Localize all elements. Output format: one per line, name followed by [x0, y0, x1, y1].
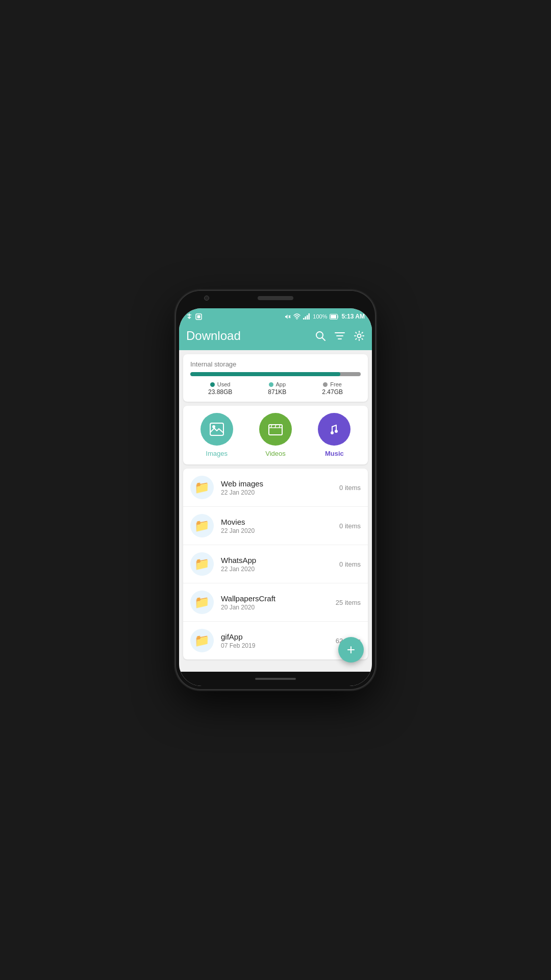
svg-point-25	[335, 430, 338, 433]
folder-icon-bg-1: 📁	[190, 514, 214, 537]
folder-name-0: Web images	[221, 479, 339, 488]
app-dot	[269, 382, 273, 387]
svg-rect-8	[309, 313, 310, 320]
svg-point-4	[296, 318, 297, 320]
folder-icon-bg-0: 📁	[190, 476, 214, 499]
folder-name-3: WallpapersCraft	[221, 594, 336, 603]
svg-point-18	[212, 425, 215, 428]
svg-point-24	[331, 431, 334, 434]
svg-rect-10	[331, 315, 336, 318]
status-left-icons	[186, 313, 202, 320]
folder-date-3: 20 Jan 2020	[221, 604, 336, 611]
content-area: Internal storage Used 23.88GB	[179, 350, 372, 672]
folder-date-4: 07 Feb 2019	[221, 642, 336, 649]
folder-date-1: 22 Jan 2020	[221, 527, 339, 534]
folder-info-1: Movies 22 Jan 2020	[221, 518, 339, 534]
media-type-card: Images Videos	[183, 406, 368, 464]
status-bar: 100% 5:13 AM	[179, 308, 372, 325]
folder-info-2: WhatsApp 22 Jan 2020	[221, 556, 339, 573]
folder-icon-4: 📁	[194, 633, 210, 648]
svg-rect-17	[210, 423, 223, 435]
sim-icon	[195, 313, 202, 320]
folder-icon-0: 📁	[194, 480, 210, 495]
storage-bar-used	[190, 372, 340, 376]
folder-name-2: WhatsApp	[221, 556, 339, 565]
folder-item-web-images[interactable]: 📁 Web images 22 Jan 2020 0 items	[183, 469, 368, 507]
folder-name-1: Movies	[221, 518, 339, 526]
folder-count-3: 25 items	[336, 599, 361, 606]
free-dot	[323, 382, 328, 387]
usb-icon	[186, 313, 192, 320]
legend-free: Free 2.47GB	[322, 381, 343, 396]
svg-rect-5	[303, 318, 305, 320]
folder-icon-3: 📁	[194, 595, 210, 609]
folder-count-1: 0 items	[339, 522, 361, 530]
folder-list: 📁 Web images 22 Jan 2020 0 items 📁 Movie…	[183, 469, 368, 659]
fab-plus-icon: +	[347, 642, 355, 658]
images-label: Images	[206, 450, 228, 457]
folder-name-4: gifApp	[221, 632, 336, 641]
videos-icon-circle	[259, 413, 292, 446]
folder-info-4: gifApp 07 Feb 2019	[221, 632, 336, 649]
folder-item-movies[interactable]: 📁 Movies 22 Jan 2020 0 items	[183, 507, 368, 545]
storage-title: Internal storage	[190, 360, 361, 368]
mute-icon	[284, 313, 291, 320]
music-icon-circle	[318, 413, 350, 446]
svg-line-12	[322, 338, 325, 341]
folder-count-0: 0 items	[339, 484, 361, 492]
folder-icon-bg-3: 📁	[190, 591, 214, 614]
front-camera	[204, 296, 209, 301]
filter-icon[interactable]	[334, 330, 345, 341]
signal-icon	[303, 313, 310, 320]
folder-count-2: 0 items	[339, 560, 361, 568]
wifi-icon	[293, 313, 300, 320]
folder-info-3: WallpapersCraft 20 Jan 2020	[221, 594, 336, 611]
speaker	[258, 296, 293, 300]
page-title: Download	[186, 329, 241, 343]
folder-icon-bg-2: 📁	[190, 552, 214, 576]
folder-info-0: Web images 22 Jan 2020	[221, 479, 339, 496]
status-right-icons: 100% 5:13 AM	[284, 313, 365, 320]
svg-point-16	[358, 334, 361, 338]
folder-date-0: 22 Jan 2020	[221, 489, 339, 496]
images-icon-circle	[201, 413, 233, 446]
battery-percent: 100%	[313, 313, 327, 320]
storage-legend: Used 23.88GB App 871KB	[190, 381, 361, 396]
clock-time: 5:13 AM	[341, 313, 365, 320]
folder-icon-bg-4: 📁	[190, 629, 214, 652]
bottom-nav-bar	[179, 672, 372, 686]
phone-screen: 100% 5:13 AM Download	[179, 308, 372, 686]
images-button[interactable]: Images	[201, 413, 233, 457]
app-toolbar: Download	[179, 325, 372, 350]
legend-app: App 871KB	[268, 381, 286, 396]
folder-icon-1: 📁	[194, 519, 210, 533]
videos-label: Videos	[265, 450, 286, 457]
notch-bar	[176, 291, 375, 305]
folder-item-whatsapp[interactable]: 📁 WhatsApp 22 Jan 2020 0 items	[183, 545, 368, 583]
legend-used: Used 23.88GB	[208, 381, 232, 396]
bottom-home-indicator	[255, 678, 296, 680]
add-fab-button[interactable]: +	[338, 637, 364, 663]
svg-rect-7	[307, 315, 308, 320]
storage-bar	[190, 372, 361, 376]
videos-button[interactable]: Videos	[259, 413, 292, 457]
used-dot	[210, 382, 215, 387]
music-label: Music	[325, 450, 344, 457]
search-icon[interactable]	[315, 330, 326, 341]
folder-icon-2: 📁	[194, 557, 210, 571]
settings-icon[interactable]	[354, 330, 365, 341]
svg-rect-1	[197, 315, 201, 318]
phone-shell: 100% 5:13 AM Download	[176, 291, 375, 689]
storage-card: Internal storage Used 23.88GB	[183, 354, 368, 402]
folder-item-wallpapers[interactable]: 📁 WallpapersCraft 20 Jan 2020 25 items	[183, 583, 368, 622]
music-button[interactable]: Music	[318, 413, 350, 457]
toolbar-icons	[315, 330, 365, 341]
svg-rect-6	[305, 316, 307, 320]
battery-icon	[330, 314, 339, 320]
folder-date-2: 22 Jan 2020	[221, 566, 339, 573]
